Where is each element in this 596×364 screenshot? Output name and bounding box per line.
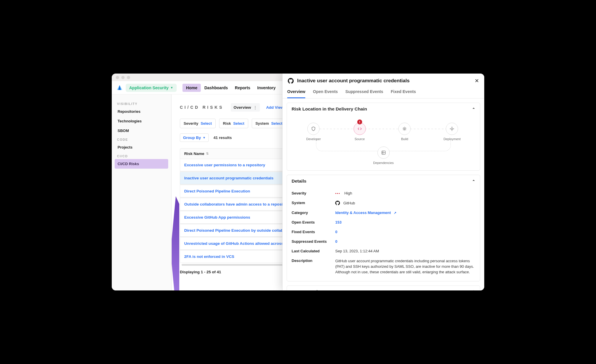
- traffic-dot[interactable]: [116, 76, 119, 79]
- chevron-up-icon[interactable]: ⌄: [472, 290, 475, 290]
- add-view-button[interactable]: Add View: [266, 105, 284, 110]
- sidebar-item-projects[interactable]: Projects: [115, 142, 168, 152]
- package-icon: [381, 150, 386, 155]
- svg-point-5: [453, 129, 454, 129]
- svg-point-1: [451, 128, 453, 130]
- detail-key-fixed-events: Fixed Events: [292, 230, 335, 234]
- svg-point-2: [452, 127, 452, 127]
- panel-tabs: Overview Open Events Suppressed Events F…: [283, 94, 484, 99]
- svg-point-3: [452, 130, 452, 131]
- detail-key-open-events: Open Events: [292, 220, 335, 224]
- filter-severity[interactable]: Severity Select: [180, 119, 216, 128]
- severity-dots-icon: •••: [335, 192, 340, 195]
- filter-system[interactable]: System Select: [252, 119, 286, 128]
- detail-key-category: Category: [292, 210, 335, 215]
- card-title: Risk Location in the Delivery Chain: [292, 106, 367, 112]
- view-overview-chip[interactable]: Overview ⋮: [231, 103, 260, 112]
- alert-badge-icon: !: [357, 119, 362, 124]
- tab-overview[interactable]: Overview: [287, 94, 305, 98]
- sidebar-item-technologies[interactable]: Technologies: [115, 116, 168, 126]
- nav-reports[interactable]: Reports: [231, 84, 254, 92]
- product-switcher[interactable]: Application Security ▼: [126, 84, 177, 92]
- detail-value-system: GitHub: [335, 201, 475, 205]
- detail-key-description: Description: [292, 258, 335, 263]
- nav-dashboards[interactable]: Dashboards: [201, 84, 231, 92]
- group-by-button[interactable]: Group By ▼: [180, 133, 209, 142]
- app-window: Application Security ▼ Home Dashboards R…: [112, 74, 484, 290]
- traffic-dot[interactable]: [121, 76, 125, 79]
- svg-point-4: [450, 129, 450, 129]
- detail-key-system: System: [292, 201, 335, 205]
- traffic-dot[interactable]: [127, 76, 130, 79]
- detail-key-last-calculated: Last Calculated: [292, 249, 335, 253]
- card-title: Details: [292, 179, 306, 184]
- risk-location-card: Risk Location in the Delivery Chain ⌄: [287, 103, 480, 171]
- details-card: Details ⌄ Severity ••• High: [287, 175, 480, 281]
- sort-icon[interactable]: ⇅: [206, 152, 209, 156]
- chevron-up-icon[interactable]: ⌄: [472, 179, 475, 183]
- chevron-up-icon[interactable]: ⌄: [472, 107, 475, 111]
- tab-fixed-events[interactable]: Fixed Events: [391, 94, 416, 98]
- gear-icon: [402, 126, 407, 131]
- detail-value-open-events[interactable]: 153: [335, 220, 475, 224]
- github-icon: [335, 201, 340, 205]
- tab-open-events[interactable]: Open Events: [313, 94, 338, 98]
- card-title: Steps to Solve: [292, 289, 323, 290]
- chain-node-deployment: Deployment: [444, 123, 461, 141]
- product-name: Application Security: [129, 85, 168, 90]
- kebab-icon[interactable]: ⋮: [253, 107, 257, 108]
- chevron-down-icon: ▼: [170, 86, 173, 89]
- steps-to-solve-card: Steps to Solve ⌄: [287, 286, 480, 290]
- chain-connector: [316, 129, 451, 129]
- svg-point-0: [404, 128, 405, 129]
- detail-value-severity: ••• High: [335, 191, 475, 195]
- sidebar-item-cicd-risks[interactable]: CI/CD Risks: [115, 159, 168, 169]
- detail-value-last-calculated: Sep 13, 2023, 1:12:44 AM: [335, 249, 475, 253]
- external-link-icon: ↗: [394, 211, 396, 215]
- detail-value-suppressed-events[interactable]: 0: [335, 239, 475, 244]
- filter-risk[interactable]: Risk Select: [219, 119, 248, 128]
- detail-value-description: GitHub user account programmatic credent…: [335, 258, 475, 275]
- col-risk-name[interactable]: Risk Name: [184, 151, 204, 156]
- detail-value-fixed-events[interactable]: 0: [335, 230, 475, 234]
- view-overview-label: Overview: [234, 105, 251, 110]
- brand-logo-icon: [116, 85, 123, 91]
- sidebar-item-sbom[interactable]: SBOM: [115, 126, 168, 135]
- chain-node-dependencies: [377, 147, 390, 159]
- sidebar-item-repositories[interactable]: Repositories: [115, 107, 168, 116]
- preview-stack-decor: [171, 196, 179, 290]
- tab-suppressed-events[interactable]: Suppressed Events: [345, 94, 383, 98]
- nav-home[interactable]: Home: [182, 84, 201, 92]
- detail-panel: Inactive user account programmatic crede…: [282, 94, 484, 290]
- detail-value-category[interactable]: Identity & Access Management ↗: [335, 210, 475, 215]
- detail-key-severity: Severity: [292, 191, 335, 195]
- sidebar-section-code: CODE: [115, 135, 168, 142]
- chain-node-build: Build: [398, 123, 411, 141]
- shield-icon: [311, 126, 316, 131]
- sidebar: VISIBILITY Repositories Technologies SBO…: [112, 94, 171, 290]
- results-count: 41 results: [213, 135, 232, 140]
- sidebar-section-visibility: VISIBILITY: [115, 100, 168, 107]
- nav-inventory[interactable]: Inventory: [254, 84, 279, 92]
- detail-key-suppressed-events: Suppressed Events: [292, 239, 335, 244]
- chevron-down-icon: ▼: [203, 136, 206, 139]
- page-title: CI/CD RISKS: [180, 105, 224, 110]
- chain-node-developer: Developer: [306, 123, 321, 141]
- sidebar-section-cicd: CI/CD: [115, 152, 168, 159]
- chain-node-source: ! Source: [354, 123, 366, 141]
- deploy-icon: [449, 126, 455, 131]
- code-icon: [357, 126, 362, 131]
